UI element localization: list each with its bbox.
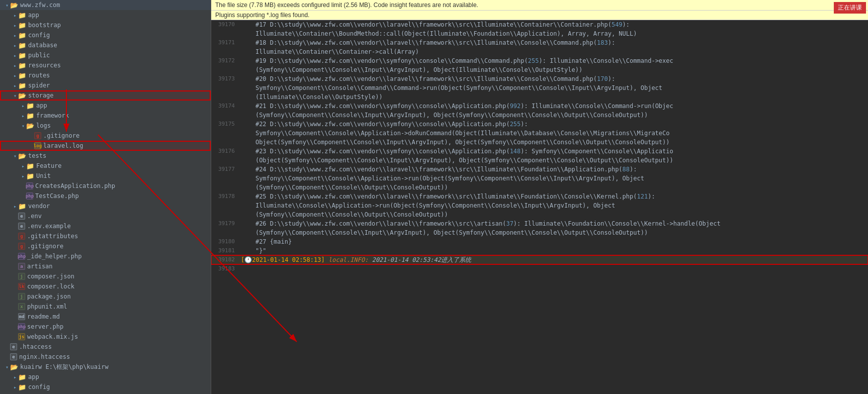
tree-item-server-php[interactable]: phpserver.php <box>0 322 211 332</box>
tree-item-composer-lock[interactable]: lkcomposer.lock <box>0 281 211 291</box>
tree-item-env[interactable]: e.env <box>0 211 211 221</box>
tree-item-laravel.log[interactable]: loglaravel.log <box>0 141 211 151</box>
file-icon: php <box>18 323 25 330</box>
tree-item-database[interactable]: ▸📁database <box>0 40 211 50</box>
tree-label: CreatesApplication.php <box>35 182 115 189</box>
tree-item-htaccess[interactable]: e.htaccess <box>0 342 211 352</box>
tree-label: .htaccess <box>19 343 52 350</box>
code-line: Symfony\\Component\\Console\\Application… <box>211 129 868 138</box>
line-content: (Symfony\\Component\\Console\\Input\\Arg… <box>239 228 868 237</box>
line-number: 39182 <box>211 255 239 264</box>
code-line: 39172 #19 D:\\study\\www.zfw.com\\vendor… <box>211 56 868 65</box>
line-number: 39172 <box>211 56 239 65</box>
line-content: #23 D:\\study\\www.zfw.com\\vendor\\symf… <box>239 147 868 156</box>
line-number: 39180 <box>211 237 239 246</box>
folder-icon: 📁 <box>18 11 26 19</box>
line-content: (Symfony\\Component\\Console\\Output\\Co… <box>239 210 868 219</box>
code-line: 39173 #20 D:\\study\\www.zfw.com\\vendor… <box>211 74 868 83</box>
line-content: #22 D:\\study\\www.zfw.com\\vendor\\symf… <box>239 120 868 129</box>
tree-item-kuairw-config[interactable]: ▸📁config <box>0 382 211 392</box>
folder-icon: 📁 <box>18 81 26 89</box>
line-content: Symfony\\Component\\Console\\Application… <box>239 174 868 183</box>
tree-item-gitignore2[interactable]: g.gitignore <box>0 241 211 251</box>
tree-item-storage-logs[interactable]: ▾📂logs <box>0 121 211 131</box>
line-content: Illuminate\\Console\\Application->run(Ob… <box>239 201 868 210</box>
tree-label: tests <box>28 152 46 159</box>
tree-item-gitattributes[interactable]: g.gitattributes <box>0 231 211 241</box>
tree-label: phpunit.xml <box>27 303 67 310</box>
tree-item-config[interactable]: ▸📁config <box>0 30 211 40</box>
line-content: #27 {main} <box>239 237 868 246</box>
tree-item-routes[interactable]: ▸📁routes <box>0 70 211 80</box>
line-number: 39179 <box>211 219 239 228</box>
tree-item-testcase[interactable]: phpTestCase.php <box>0 191 211 201</box>
tree-item-package-json[interactable]: jpackage.json <box>0 291 211 302</box>
tree-item-vendor[interactable]: ▸📁vendor <box>0 201 211 211</box>
code-line: 39174 #21 D:\\study\\www.zfw.com\\vendor… <box>211 102 868 111</box>
tree-item-storage-framework[interactable]: ▸📁framework <box>0 111 211 121</box>
tree-item-gitignore[interactable]: g.gitignore <box>0 131 211 141</box>
tree-item-ide-helper[interactable]: php_ide_helper.php <box>0 251 211 261</box>
line-content: #25 D:\\study\\www.zfw.com\\vendor\\lara… <box>239 192 868 201</box>
folder-icon: 📁 <box>18 373 26 381</box>
tree-label: webpack.mix.js <box>27 333 78 340</box>
code-line: 39170 #17 D:\\study\\www.zfw.com\\vendor… <box>211 20 868 29</box>
tree-item-tests[interactable]: ▾📂tests <box>0 151 211 161</box>
file-icon: j <box>18 293 25 300</box>
tree-item-nginx-htaccess[interactable]: enginx.htaccess <box>0 352 211 362</box>
line-content: (Symfony\\Component\\Console\\Output\\Co… <box>239 183 868 192</box>
tree-item-kuairw[interactable]: ▾📂kuairw E:\框架\php\kuairw <box>0 362 211 372</box>
line-content: [🕐2021-01-14 02:58:13] local.INFO: 2021-… <box>239 255 868 264</box>
tree-item-resources[interactable]: ▸📁resources <box>0 60 211 70</box>
line-content: (Symfony\\Component\\Console\\Input\\Arg… <box>239 65 868 74</box>
tree-item-readme[interactable]: mdreadme.md <box>0 312 211 322</box>
tree-item-bootstrap[interactable]: ▸📁bootstrap <box>0 20 211 30</box>
tree-item-kuairw-app[interactable]: ▸📁app <box>0 372 211 382</box>
code-area[interactable]: 39170 #17 D:\\study\\www.zfw.com\\vendor… <box>211 20 868 394</box>
tree-item-public[interactable]: ▸📁public <box>0 50 211 60</box>
code-line: Illuminate\\Container\\BoundMethod::call… <box>211 29 868 38</box>
code-line: 39179 #26 D:\\study\\www.zfw.com\\vendor… <box>211 219 868 228</box>
folder-icon: 📁 <box>18 31 26 39</box>
tree-item-www.zfw.com[interactable]: ▾📂www.zfw.com <box>0 0 211 10</box>
folder-icon: 📂 <box>18 152 26 160</box>
tree-label: Feature <box>36 162 62 169</box>
tree-item-creates-app[interactable]: phpCreatesApplication.php <box>0 181 211 191</box>
folder-icon: 📁 <box>18 202 26 210</box>
code-line: 39180 #27 {main} <box>211 237 868 246</box>
recording-badge: 正在讲课 <box>834 2 866 14</box>
tree-item-webpack[interactable]: jswebpack.mix.js <box>0 332 211 342</box>
line-content: #20 D:\\study\\www.zfw.com\\vendor\\lara… <box>239 74 868 83</box>
tree-label: www.zfw.com <box>20 2 60 9</box>
tree-item-app[interactable]: ▸📁app <box>0 10 211 20</box>
tree-label: config <box>28 32 50 39</box>
tree-item-storage[interactable]: ▾📂storage <box>0 90 211 101</box>
file-icon: e <box>18 213 25 220</box>
tree-item-tests-unit[interactable]: ▸📁Unit <box>0 171 211 181</box>
folder-icon: 📁 <box>18 51 26 59</box>
tree-item-storage-app[interactable]: ▸📁app <box>0 101 211 111</box>
line-number: 39183 <box>211 264 239 273</box>
tree-label: laravel.log <box>43 142 83 149</box>
code-line: 39175 #22 D:\\study\\www.zfw.com\\vendor… <box>211 120 868 129</box>
line-content: #24 D:\\study\\www.zfw.com\\vendor\\lara… <box>239 165 868 174</box>
folder-icon: 📂 <box>26 122 34 130</box>
line-number: 39171 <box>211 38 239 47</box>
code-line: (Object(Symfony\\Component\\Console\\Inp… <box>211 156 868 165</box>
tree-item-phpunit-xml[interactable]: xphpunit.xml <box>0 302 211 312</box>
tree-item-tests-feature[interactable]: ▸📁Feature <box>0 161 211 171</box>
line-content: #21 D:\\study\\www.zfw.com\\vendor\\symf… <box>239 102 868 111</box>
tree-item-composer-json[interactable]: jcomposer.json <box>0 271 211 281</box>
folder-icon: 📁 <box>18 21 26 29</box>
tree-item-env-example[interactable]: e.env.example <box>0 221 211 231</box>
tree-item-artisan[interactable]: aartisan <box>0 261 211 271</box>
tree-label: logs <box>36 122 51 129</box>
tree-label: Unit <box>36 172 51 179</box>
file-icon: a <box>18 263 25 270</box>
tree-label: .env.example <box>27 223 71 230</box>
tree-label: app <box>28 373 39 380</box>
tree-label: routes <box>28 72 50 79</box>
tree-item-spider[interactable]: ▸📁spider <box>0 80 211 90</box>
line-number: 39173 <box>211 74 239 83</box>
code-line: 39183 <box>211 264 868 273</box>
